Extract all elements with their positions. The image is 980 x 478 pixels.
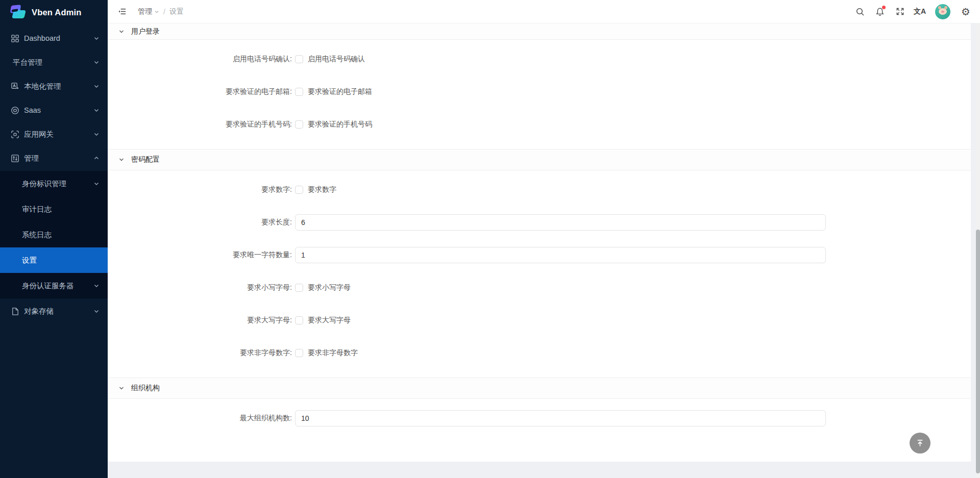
section-title: 密码配置 — [131, 155, 160, 164]
section-title: 用户登录 — [131, 27, 160, 36]
fullscreen-button[interactable] — [892, 4, 908, 19]
field-label: 要求验证的电子邮箱: — [108, 87, 292, 96]
section-body-user-login: 启用电话号码确认: 启用电话号码确认 要求验证的电子邮箱: 要求验证的电子邮箱 … — [108, 40, 971, 133]
field-label: 要求验证的手机号码: — [108, 120, 292, 129]
sidebar-item-label: 设置 — [22, 256, 37, 265]
app-layout: Vben Admin Dashboard 平台管理 本地化管理 — [0, 0, 980, 478]
sidebar-item-saas[interactable]: Saas — [0, 99, 108, 121]
checkbox-label: 要求非字母数字 — [308, 348, 358, 358]
chevron-down-icon — [93, 131, 100, 137]
section-body-organization: 最大组织机构数: — [108, 399, 971, 426]
sidebar-item-gateway[interactable]: 应用网关 — [0, 123, 108, 145]
sidebar-item-label: 身份认证服务器 — [22, 281, 74, 291]
sidebar-item-label: Dashboard — [24, 34, 60, 42]
section-header-organization[interactable]: 组织机构 — [108, 378, 971, 399]
search-icon — [855, 7, 865, 16]
chevron-down-icon — [93, 35, 100, 41]
translate-icon — [11, 82, 19, 91]
sidebar-item-audit-log[interactable]: 审计日志 — [0, 196, 108, 222]
notification-dot — [882, 6, 886, 9]
chevron-down-icon — [93, 283, 100, 289]
require-digit-checkbox[interactable] — [295, 186, 303, 194]
chevron-down-icon — [118, 385, 125, 391]
sidebar-menu: Dashboard 平台管理 本地化管理 — [0, 24, 108, 324]
checkbox-label: 要求小写字母 — [308, 283, 351, 292]
required-unique-chars-input[interactable] — [295, 247, 826, 263]
require-email-checkbox[interactable] — [295, 88, 303, 96]
sidebar-item-label: Saas — [24, 106, 41, 114]
checkbox-label: 要求验证的手机号码 — [308, 120, 372, 129]
back-to-top-icon — [915, 438, 925, 448]
settings-page: 用户登录 启用电话号码确认: 启用电话号码确认 要求验证的电子邮箱: 要求验证的… — [108, 23, 980, 478]
sidebar-item-dashboard[interactable]: Dashboard — [0, 27, 108, 49]
breadcrumb-separator: / — [163, 8, 165, 16]
phone-confirm-checkbox[interactable] — [295, 55, 303, 63]
gateway-icon — [11, 130, 19, 139]
scrollbar-thumb[interactable] — [976, 230, 980, 473]
chevron-down-icon — [93, 59, 100, 65]
back-to-top-button[interactable] — [910, 433, 930, 454]
vben-logo-icon — [9, 4, 27, 20]
checkbox-label: 要求验证的电子邮箱 — [308, 87, 372, 96]
section-header-password-config[interactable]: 密码配置 — [108, 149, 971, 170]
sidebar-item-label: 本地化管理 — [24, 82, 61, 91]
field-label: 最大组织机构数: — [108, 414, 292, 423]
sidebar-item-admin[interactable]: 管理 — [0, 147, 108, 169]
form-row-required-unique-chars: 要求唯一字符数量: — [108, 247, 971, 263]
require-lowercase-checkbox[interactable] — [295, 284, 303, 292]
main-area: 管理 / 设置 文A — [108, 0, 980, 478]
avatar[interactable] — [935, 4, 950, 19]
page-scrollbar[interactable] — [976, 23, 980, 478]
required-length-input[interactable] — [295, 214, 826, 231]
chevron-down-icon — [118, 29, 125, 35]
chevron-down-icon — [93, 181, 100, 187]
chevron-down-icon — [93, 308, 100, 314]
chevron-down-icon — [93, 107, 100, 113]
field-label: 要求小写字母: — [108, 283, 292, 292]
settings-card: 用户登录 启用电话号码确认: 启用电话号码确认 要求验证的电子邮箱: 要求验证的… — [108, 23, 971, 462]
topbar: 管理 / 设置 文A — [108, 0, 980, 23]
field-label: 要求数字: — [108, 185, 292, 194]
form-row-require-uppercase: 要求大写字母: 要求大写字母 — [108, 312, 971, 329]
require-uppercase-checkbox[interactable] — [295, 316, 303, 324]
form-row-require-digit: 要求数字: 要求数字 — [108, 182, 971, 198]
breadcrumb-root-label: 管理 — [138, 7, 152, 16]
breadcrumb-item-admin[interactable]: 管理 — [138, 7, 159, 16]
form-row-require-lowercase: 要求小写字母: 要求小写字母 — [108, 280, 971, 296]
sidebar-item-label: 身份标识管理 — [22, 179, 66, 189]
field-label: 要求唯一字符数量: — [108, 250, 292, 260]
translate-button[interactable]: 文A — [912, 4, 927, 19]
admin-settings-icon — [11, 154, 19, 163]
search-button[interactable] — [852, 4, 868, 19]
section-body-password-config: 要求数字: 要求数字 要求长度: 要求唯一字符数量: 要求小写字母: — [108, 170, 971, 361]
form-row-require-email: 要求验证的电子邮箱: 要求验证的电子邮箱 — [108, 84, 971, 100]
file-icon — [11, 307, 19, 316]
section-header-user-login[interactable]: 用户登录 — [108, 23, 971, 40]
sidebar-item-label: 应用网关 — [24, 130, 54, 139]
fullscreen-icon — [896, 7, 904, 16]
sidebar-item-localization[interactable]: 本地化管理 — [0, 75, 108, 97]
settings-button[interactable]: ⚙ — [958, 4, 973, 19]
sidebar-item-auth-server[interactable]: 身份认证服务器 — [0, 273, 108, 298]
notifications-button[interactable] — [872, 4, 888, 19]
sidebar-item-object-storage[interactable]: 对象存储 — [0, 300, 108, 322]
sidebar-submenu-admin: 身份标识管理 审计日志 系统日志 设置 身份认证服务器 — [0, 171, 108, 298]
require-phone-checkbox[interactable] — [295, 120, 303, 129]
sidebar-item-platform-mgmt[interactable]: 平台管理 — [0, 51, 108, 73]
app-logo[interactable]: Vben Admin — [0, 0, 108, 24]
sidebar: Vben Admin Dashboard 平台管理 本地化管理 — [0, 0, 108, 478]
sidebar-item-system-log[interactable]: 系统日志 — [0, 222, 108, 247]
gear-icon: ⚙ — [961, 6, 970, 18]
sidebar-collapse-button[interactable] — [115, 5, 129, 19]
require-non-alphanumeric-checkbox[interactable] — [295, 349, 303, 357]
max-org-count-input[interactable] — [295, 410, 826, 426]
form-row-phone-confirm: 启用电话号码确认: 启用电话号码确认 — [108, 51, 971, 67]
sidebar-item-settings[interactable]: 设置 — [0, 247, 108, 273]
breadcrumb: 管理 / 设置 — [138, 7, 184, 16]
section-title: 组织机构 — [131, 384, 160, 393]
sidebar-item-identity-mgmt[interactable]: 身份标识管理 — [0, 171, 108, 196]
field-label: 要求长度: — [108, 218, 292, 227]
app-title: Vben Admin — [32, 8, 82, 17]
sidebar-item-label: 对象存储 — [24, 307, 54, 316]
checkbox-label: 要求大写字母 — [308, 316, 351, 325]
